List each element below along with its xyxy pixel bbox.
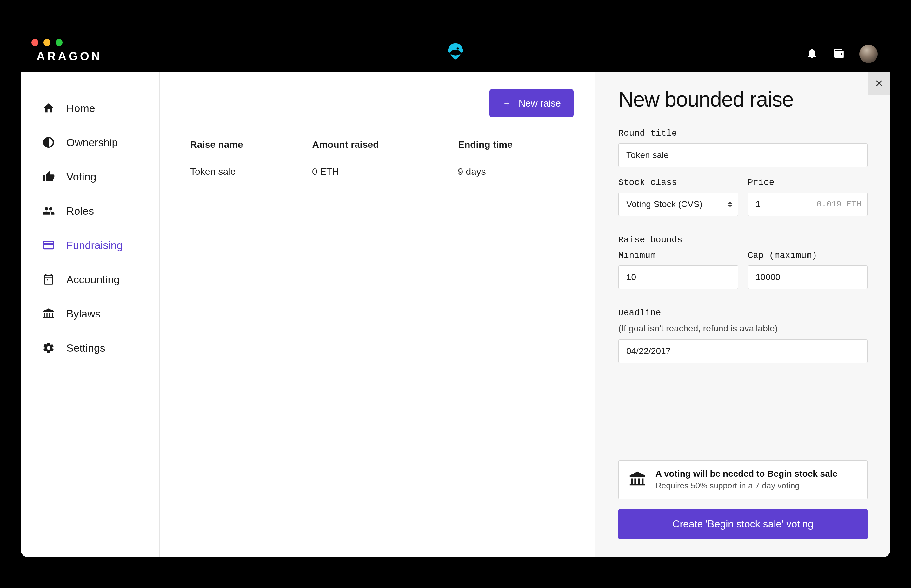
col-amount-raised: Amount raised [303, 132, 449, 157]
label-deadline: Deadline [618, 308, 867, 318]
accounting-icon [42, 273, 55, 286]
avatar[interactable] [859, 45, 878, 63]
label-raise-bounds: Raise bounds [618, 235, 867, 245]
notifications-icon[interactable] [806, 47, 818, 61]
sidebar-item-home[interactable]: Home [21, 91, 159, 125]
label-stock-class: Stock class [618, 178, 738, 187]
sidebar-item-fundraising[interactable]: Fundraising [21, 228, 159, 262]
sidebar-item-roles[interactable]: Roles [21, 194, 159, 228]
app-window: ARAGON Home Ownership [21, 31, 890, 557]
create-voting-button[interactable]: Create 'Begin stock sale' voting [618, 509, 867, 540]
sidebar-item-settings[interactable]: Settings [21, 331, 159, 365]
col-ending-time: Ending time [449, 132, 574, 157]
cell-raise-name: Token sale [181, 157, 303, 186]
cell-amount-raised: 0 ETH [303, 157, 449, 186]
label-deadline-hint: (If goal isn't reached, refund is availa… [618, 323, 867, 334]
sidebar-item-label: Accounting [66, 273, 120, 286]
label-cap: Cap (maximum) [748, 250, 868, 260]
sidebar-item-ownership[interactable]: Ownership [21, 125, 159, 160]
sidebar-item-label: Roles [66, 205, 94, 217]
deadline-input[interactable] [618, 339, 867, 363]
label-price: Price [748, 178, 868, 187]
window-minimize-button[interactable] [44, 39, 50, 46]
home-icon [42, 102, 55, 115]
window-maximize-button[interactable] [55, 39, 63, 46]
main-content: ＋ New raise Raise name Amount raised End… [160, 72, 595, 557]
cell-ending-time: 9 days [449, 157, 574, 186]
col-raise-name: Raise name [181, 132, 303, 157]
price-eth-equivalent: = 0.019 ETH [807, 199, 861, 209]
new-raise-button[interactable]: ＋ New raise [490, 89, 574, 117]
notice-body: Requires 50% support in a 7 day voting [655, 481, 837, 491]
close-icon[interactable]: ✕ [867, 72, 890, 95]
stock-class-select[interactable]: Voting Stock (CVS) [618, 192, 738, 216]
wallet-icon[interactable] [833, 47, 845, 61]
chevron-updown-icon [728, 201, 733, 207]
brand-logo: ARAGON [37, 50, 102, 63]
notice-title: A voting will be needed to Begin stock s… [655, 469, 837, 479]
label-round-title: Round title [618, 128, 867, 138]
fundraising-icon [42, 239, 55, 252]
gear-icon [42, 342, 55, 354]
sidebar-item-label: Settings [66, 342, 105, 354]
table-row[interactable]: Token sale 0 ETH 9 days [181, 157, 574, 186]
sidebar-item-voting[interactable]: Voting [21, 160, 159, 194]
voting-icon [42, 170, 55, 183]
sidebar-item-label: Voting [66, 171, 97, 183]
titlebar: ARAGON [21, 31, 890, 72]
raises-table: Raise name Amount raised Ending time Tok… [181, 132, 574, 186]
cap-input[interactable] [748, 265, 868, 289]
panel-title: New bounded raise [618, 87, 867, 111]
sidebar-item-bylaws[interactable]: Bylaws [21, 297, 159, 331]
voting-notice: A voting will be needed to Begin stock s… [618, 460, 867, 499]
label-minimum: Minimum [618, 250, 738, 260]
roles-icon [42, 205, 55, 217]
sidebar-item-label: Fundraising [66, 239, 123, 252]
sidebar-item-label: Bylaws [66, 308, 101, 320]
new-raise-label: New raise [519, 98, 561, 109]
minimum-input[interactable] [618, 265, 738, 289]
new-raise-panel: ✕ New bounded raise Round title Stock cl… [595, 72, 890, 557]
sidebar-item-label: Home [66, 102, 95, 115]
window-close-button[interactable] [31, 39, 39, 46]
bylaws-icon [42, 307, 55, 320]
round-title-input[interactable] [618, 143, 867, 167]
sidebar: Home Ownership Voting Roles Fundraising … [21, 72, 160, 557]
window-controls [31, 39, 63, 46]
sidebar-item-accounting[interactable]: Accounting [21, 262, 159, 297]
sidebar-item-label: Ownership [66, 136, 118, 149]
plus-icon: ＋ [502, 97, 512, 110]
eagle-icon [446, 42, 465, 62]
bank-icon [628, 470, 647, 490]
svg-point-0 [457, 47, 459, 50]
ownership-icon [42, 136, 55, 149]
